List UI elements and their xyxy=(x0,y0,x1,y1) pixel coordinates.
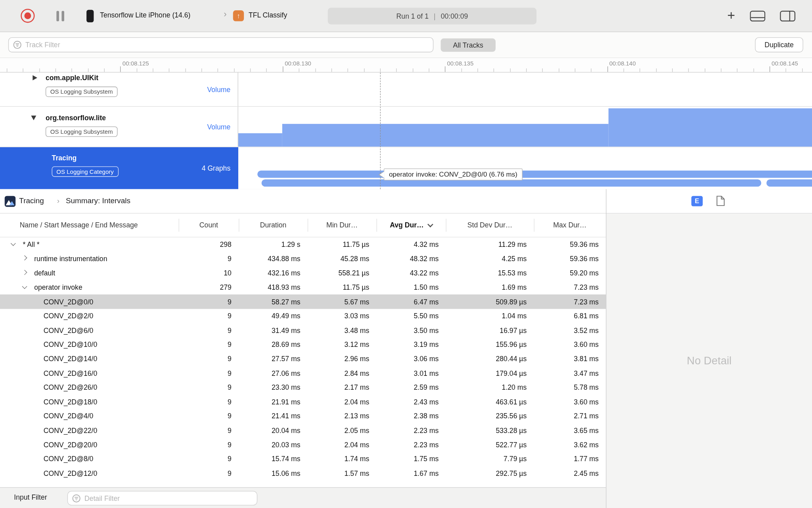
track-filter-bar: All Tracks Duplicate xyxy=(0,32,812,58)
ruler-tick xyxy=(121,66,121,72)
table-row[interactable]: operator invoke279418.93 ms11.75 µs1.50 … xyxy=(0,280,606,294)
column-header-max[interactable]: Max Dur… xyxy=(534,214,606,237)
tooltip-arrow-icon xyxy=(379,171,384,178)
cell-duration: 432.16 ms xyxy=(239,266,308,280)
table-row[interactable]: CONV_2D@20/0920.03 ms2.04 ms2.23 ms522.7… xyxy=(0,438,606,452)
column-header-duration[interactable]: Duration xyxy=(239,214,308,237)
target-selector[interactable]: TFL Classify xyxy=(249,12,287,19)
interval-graph[interactable] xyxy=(238,147,812,189)
input-filter-label: Input Filter xyxy=(14,493,47,501)
row-chevron-expanded[interactable] xyxy=(11,241,16,246)
interval-bar[interactable] xyxy=(262,179,761,187)
cell-min: 1.57 ms xyxy=(308,466,377,481)
timeline-ruler[interactable]: 00:08.12500:08.13000:08.13500:08.14000:0… xyxy=(0,58,812,73)
ruler-tick xyxy=(753,68,754,72)
detail-filter-field[interactable] xyxy=(67,491,257,506)
cell-duration: 1.29 s xyxy=(239,237,308,252)
table-row[interactable]: runtime instrumentation9434.88 ms45.28 m… xyxy=(0,252,606,266)
table-row[interactable]: CONV_2D@14/0927.57 ms2.96 ms3.06 ms280.4… xyxy=(0,352,606,366)
pause-button[interactable] xyxy=(56,11,65,21)
table-row[interactable]: CONV_2D@6/0931.49 ms3.48 ms3.50 ms16.97 … xyxy=(0,323,606,337)
cell-std: 292.75 µs xyxy=(446,466,534,481)
cell-std: 155.96 µs xyxy=(446,337,534,352)
disclosure-triangle-expanded[interactable] xyxy=(31,115,36,120)
row-chevron-collapsed[interactable] xyxy=(22,270,27,275)
add-instrument-button[interactable]: + xyxy=(724,6,739,24)
cell-std: 463.61 µs xyxy=(446,395,534,409)
track-lane[interactable] xyxy=(238,73,812,106)
track-row-tensorflow[interactable]: org.tensorflow.lite OS Logging Subsystem… xyxy=(0,107,812,147)
track-header[interactable]: com.apple.UIKit OS Logging Subsystem Vol… xyxy=(0,73,238,106)
cell-min: 11.75 µs xyxy=(308,237,377,252)
no-detail-placeholder: No Detail xyxy=(687,354,732,367)
cell-duration: 20.03 ms xyxy=(239,438,308,452)
cell-avg: 3.01 ms xyxy=(377,366,446,381)
track-header-selected[interactable]: Tracing OS Logging Category 4 Graphs xyxy=(0,147,238,189)
cell-max: 6.81 ms xyxy=(534,309,606,323)
table-row[interactable]: CONV_2D@16/0927.06 ms2.84 ms3.01 ms179.0… xyxy=(0,366,606,381)
table-row[interactable]: CONV_2D@0/0958.27 ms5.67 ms6.47 ms509.89… xyxy=(0,294,606,309)
column-header-avg[interactable]: Avg Dur… xyxy=(377,214,446,237)
row-name: CONV_2D@20/0 xyxy=(44,441,98,449)
table-row[interactable]: * All *2981.29 s11.75 µs4.32 ms11.29 ms5… xyxy=(0,237,606,252)
table-row[interactable]: default10432.16 ms558.21 µs43.22 ms15.53… xyxy=(0,266,606,280)
track-header[interactable]: org.tensorflow.lite OS Logging Subsystem… xyxy=(0,107,238,147)
ruler-tick xyxy=(575,68,575,72)
table-row[interactable]: CONV_2D@8/0915.74 ms1.74 ms1.75 ms7.79 µ… xyxy=(0,452,606,466)
ruler-tick xyxy=(721,68,721,72)
track-meta-label[interactable]: Volume xyxy=(207,123,230,131)
interval-bar[interactable] xyxy=(766,179,812,187)
table-row[interactable]: CONV_2D@10/0928.69 ms3.12 ms3.19 ms155.9… xyxy=(0,337,606,352)
volume-graph[interactable] xyxy=(238,107,812,147)
cell-count: 9 xyxy=(179,409,239,423)
cell-max: 3.65 ms xyxy=(534,423,606,438)
track-filter-input[interactable] xyxy=(25,41,429,49)
toggle-bottom-pane-button[interactable] xyxy=(750,10,765,24)
cell-avg: 3.50 ms xyxy=(377,323,446,337)
cell-max: 1.77 ms xyxy=(534,452,606,466)
cell-std: 1.69 ms xyxy=(446,280,534,294)
table-row[interactable]: CONV_2D@22/0920.04 ms2.05 ms2.23 ms533.2… xyxy=(0,423,606,438)
disclosure-triangle-collapsed[interactable] xyxy=(33,75,37,80)
table-row[interactable]: CONV_2D@4/0921.41 ms2.13 ms2.38 ms235.56… xyxy=(0,409,606,423)
device-selector[interactable]: Tensorflow Lite iPhone (14.6) xyxy=(100,12,190,19)
ruler-time-label: 00:08.135 xyxy=(447,60,473,67)
detail-filter-input[interactable] xyxy=(84,494,253,502)
track-meta-label[interactable]: Volume xyxy=(207,86,230,94)
ruler-tick xyxy=(559,68,559,72)
toggle-right-pane-button[interactable] xyxy=(780,10,795,24)
elapsed-time: 00:00:09 xyxy=(441,12,468,20)
cell-std: 1.04 ms xyxy=(446,309,534,323)
row-chevron-expanded[interactable] xyxy=(22,284,27,289)
duplicate-button[interactable]: Duplicate xyxy=(755,37,803,52)
ruler-tick xyxy=(39,68,40,72)
column-header-name[interactable]: Name / Start Message / End Message xyxy=(0,214,179,237)
cell-duration: 15.74 ms xyxy=(239,452,308,466)
cell-count: 9 xyxy=(179,423,239,438)
ruler-tick xyxy=(802,68,802,72)
ruler-tick xyxy=(510,68,510,72)
table-row[interactable]: CONV_2D@26/0923.30 ms2.17 ms2.59 ms1.20 … xyxy=(0,381,606,395)
record-button[interactable] xyxy=(21,9,34,23)
row-chevron-collapsed[interactable] xyxy=(22,256,27,261)
document-view-button[interactable] xyxy=(715,195,726,207)
column-header-count[interactable]: Count xyxy=(179,214,239,237)
ruler-tick xyxy=(72,68,72,72)
pane-divider[interactable] xyxy=(606,189,606,508)
table-row[interactable]: CONV_2D@18/0921.91 ms2.04 ms2.43 ms463.6… xyxy=(0,395,606,409)
track-meta-label[interactable]: 4 Graphs xyxy=(202,164,231,172)
table-row[interactable]: CONV_2D@2/0949.49 ms3.03 ms5.50 ms1.04 m… xyxy=(0,309,606,323)
all-tracks-button[interactable]: All Tracks xyxy=(441,38,496,52)
cell-min: 1.74 ms xyxy=(308,452,377,466)
track-filter-field[interactable] xyxy=(8,37,433,52)
table-row[interactable]: CONV_2D@12/0915.06 ms1.57 ms1.67 ms292.7… xyxy=(0,466,606,481)
breadcrumb-root[interactable]: Tracing xyxy=(19,196,44,205)
interval-bar[interactable] xyxy=(257,171,812,178)
ruler-tick xyxy=(7,68,7,72)
column-header-min[interactable]: Min Dur… xyxy=(308,214,377,237)
editor-view-button[interactable]: E xyxy=(691,196,703,206)
breadcrumb-page[interactable]: Summary: Intervals xyxy=(66,196,130,205)
cell-min: 5.67 ms xyxy=(308,294,377,309)
track-row-uikit[interactable]: com.apple.UIKit OS Logging Subsystem Vol… xyxy=(0,73,812,107)
column-header-stddev[interactable]: Std Dev Dur… xyxy=(446,214,534,237)
